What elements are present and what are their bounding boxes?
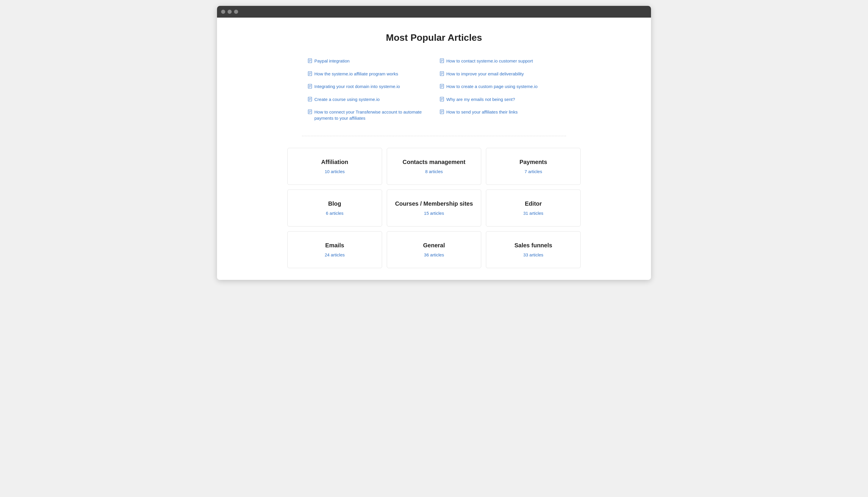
article-link-b2[interactable]: How to improve your email deliverability — [434, 68, 566, 81]
article-link-a1[interactable]: Paypal integration — [302, 55, 434, 68]
categories-grid: Affiliation 10 articles Contacts managem… — [288, 148, 580, 268]
article-text: How to create a custom page using system… — [446, 83, 538, 89]
category-name: Payments — [492, 159, 574, 166]
article-text: How to connect your Transferwise account… — [314, 109, 428, 121]
document-icon — [308, 97, 312, 103]
document-icon — [440, 84, 444, 90]
article-link-b1[interactable]: How to contact systeme.io customer suppo… — [434, 55, 566, 68]
articles-right-column: How to contact systeme.io customer suppo… — [434, 55, 566, 124]
category-count: 10 articles — [294, 169, 376, 174]
category-count: 8 articles — [393, 169, 475, 174]
document-icon — [440, 97, 444, 103]
article-text: Paypal integration — [314, 58, 350, 64]
document-icon — [308, 84, 312, 90]
articles-left-column: Paypal integration How the systeme.io af… — [302, 55, 434, 124]
category-count: 15 articles — [393, 211, 475, 216]
category-name: Contacts management — [393, 159, 475, 166]
document-icon — [440, 110, 444, 116]
article-text: How to contact systeme.io customer suppo… — [446, 58, 533, 64]
article-text: How to improve your email deliverability — [446, 71, 524, 77]
article-link-b3[interactable]: How to create a custom page using system… — [434, 81, 566, 93]
category-name: Blog — [294, 200, 376, 207]
category-name: Affiliation — [294, 159, 376, 166]
category-count: 24 articles — [294, 252, 376, 257]
article-link-a2[interactable]: How the systeme.io affiliate program wor… — [302, 68, 434, 81]
category-card-general[interactable]: General 36 articles — [387, 231, 482, 268]
article-text: Why are my emails not being sent? — [446, 96, 515, 102]
category-name: Sales funnels — [492, 242, 574, 249]
article-text: Integrating your root domain into system… — [314, 83, 400, 89]
article-link-b4[interactable]: Why are my emails not being sent? — [434, 93, 566, 106]
document-icon — [308, 58, 312, 65]
category-card-emails[interactable]: Emails 24 articles — [288, 231, 382, 268]
category-count: 33 articles — [492, 252, 574, 257]
category-name: Editor — [492, 200, 574, 207]
document-icon — [440, 71, 444, 78]
document-icon — [440, 58, 444, 65]
category-name: Courses / Membership sites — [393, 200, 475, 207]
category-card-contacts[interactable]: Contacts management 8 articles — [387, 148, 482, 185]
category-card-courses[interactable]: Courses / Membership sites 15 articles — [387, 189, 482, 227]
close-button[interactable] — [221, 10, 225, 14]
minimize-button[interactable] — [227, 10, 232, 14]
popular-articles-grid: Paypal integration How the systeme.io af… — [302, 55, 566, 124]
category-count: 31 articles — [492, 211, 574, 216]
category-card-blog[interactable]: Blog 6 articles — [288, 189, 382, 227]
article-link-a5[interactable]: How to connect your Transferwise account… — [302, 106, 434, 124]
category-card-funnels[interactable]: Sales funnels 33 articles — [486, 231, 580, 268]
article-text: How the systeme.io affiliate program wor… — [314, 71, 398, 77]
article-link-a3[interactable]: Integrating your root domain into system… — [302, 81, 434, 93]
document-icon — [308, 71, 312, 78]
titlebar — [217, 6, 651, 18]
article-text: How to send your affiliates their links — [446, 109, 518, 115]
article-link-a4[interactable]: Create a course using systeme.io — [302, 93, 434, 106]
category-card-payments[interactable]: Payments 7 articles — [486, 148, 580, 185]
category-count: 36 articles — [393, 252, 475, 257]
section-divider — [302, 136, 566, 136]
article-text: Create a course using systeme.io — [314, 96, 380, 102]
category-name: Emails — [294, 242, 376, 249]
category-count: 7 articles — [492, 169, 574, 174]
category-card-editor[interactable]: Editor 31 articles — [486, 189, 580, 227]
maximize-button[interactable] — [234, 10, 238, 14]
category-card-affiliation[interactable]: Affiliation 10 articles — [288, 148, 382, 185]
main-content: Most Popular Articles Paypal integration — [217, 18, 651, 280]
document-icon — [308, 110, 312, 116]
category-name: General — [393, 242, 475, 249]
category-count: 6 articles — [294, 211, 376, 216]
page-title: Most Popular Articles — [223, 32, 645, 43]
article-link-b5[interactable]: How to send your affiliates their links — [434, 106, 566, 119]
browser-window: Most Popular Articles Paypal integration — [217, 6, 651, 280]
